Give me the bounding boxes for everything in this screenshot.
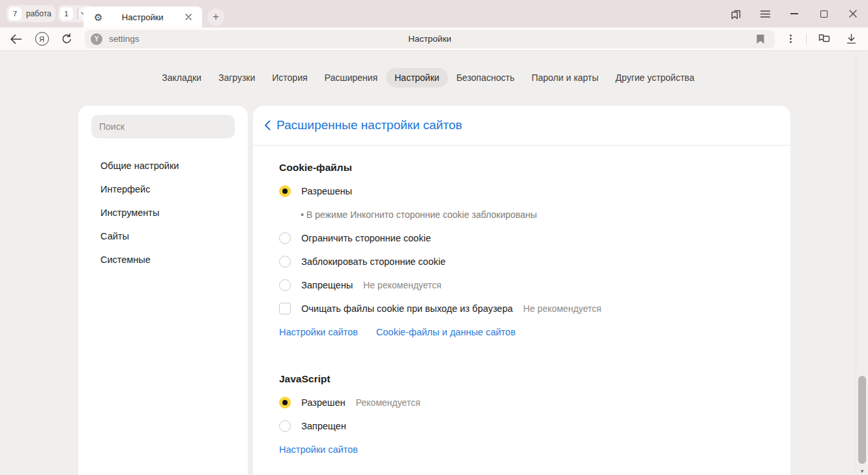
radio-block-third-party[interactable] — [279, 256, 291, 268]
sidebar-item-sites[interactable]: Сайты — [78, 224, 248, 248]
downloads-button[interactable] — [843, 31, 859, 47]
address-options-button[interactable] — [783, 31, 798, 47]
section-heading: JavaScript — [279, 373, 764, 386]
address-url[interactable]: settings — [109, 34, 140, 44]
option-hint: Не рекомендуется — [523, 303, 601, 314]
bookmark-icon — [756, 34, 764, 44]
page-section-title: Расширенные настройки сайтов — [277, 118, 462, 132]
option-label[interactable]: Заблокировать сторонние cookie — [301, 256, 445, 267]
address-bar[interactable]: Y settings Настройки — [85, 30, 775, 48]
option-cookies-forbidden: Запрещены Не рекомендуется — [279, 273, 764, 297]
option-note: В режиме Инкогнито сторонние cookie забл… — [279, 203, 764, 226]
section-heading: Cookie-файлы — [279, 161, 764, 174]
link-site-settings[interactable]: Настройки сайтов — [279, 444, 358, 455]
scrollbar-down-arrow[interactable]: ▾ — [856, 468, 868, 474]
tab-settings[interactable]: ⚙ Настройки — [83, 7, 202, 27]
scrollbar-thumb[interactable] — [858, 376, 866, 464]
link-cookies-and-site-data[interactable]: Cookie-файлы и данные сайтов — [376, 327, 516, 337]
option-js-forbidden: Запрещен — [279, 414, 764, 438]
option-label[interactable]: Ограничить сторонние cookie — [301, 233, 431, 243]
search-input[interactable] — [91, 115, 235, 138]
sidebar-item-system[interactable]: Системные — [78, 248, 248, 271]
section-links: Настройки сайтов Cookie-файлы и данные с… — [279, 320, 764, 344]
nav-item-extensions[interactable]: Расширения — [316, 68, 386, 87]
tab-group: 7 работа 1 — [7, 5, 93, 22]
option-clear-on-exit: Очищать файлы cookie при выходе из брауз… — [279, 297, 764, 320]
extensions-button[interactable] — [816, 31, 831, 47]
option-js-allowed: Разрешен Рекомендуется — [279, 391, 764, 414]
nav-item-passwords[interactable]: Пароли и карты — [523, 68, 607, 87]
settings-sidebar: Общие настройки Интерфейс Инструменты Са… — [78, 106, 248, 475]
sidebar-item-general[interactable]: Общие настройки — [78, 154, 248, 177]
option-hint: Не рекомендуется — [363, 280, 441, 290]
new-tab-button[interactable]: + — [207, 8, 224, 25]
close-window-button[interactable] — [846, 7, 860, 21]
tab-close-button[interactable] — [183, 11, 194, 23]
tab-group-count: 7 — [8, 7, 22, 20]
gear-icon: ⚙ — [94, 12, 102, 22]
option-label[interactable]: Разрешены — [301, 186, 352, 196]
nav-item-downloads[interactable]: Загрузки — [210, 68, 263, 87]
extensions-icon — [816, 33, 831, 45]
radio-js-forbidden[interactable] — [279, 420, 291, 432]
radio-cookies-forbidden[interactable] — [279, 279, 291, 291]
option-block-third-party: Заблокировать сторонние cookie — [279, 250, 764, 273]
scrollbar-track[interactable]: ▾ — [856, 51, 868, 475]
section-cookies: Cookie-файлы Разрешены В режиме Инкогнит… — [279, 161, 764, 344]
chevron-left-icon — [264, 120, 271, 130]
bookmark-button[interactable] — [756, 34, 764, 44]
nav-item-settings[interactable]: Настройки — [386, 68, 448, 87]
radio-js-allowed[interactable] — [279, 397, 291, 408]
vertical-dots-icon — [790, 35, 792, 43]
option-label[interactable]: Очищать файлы cookie при выходе из брауз… — [301, 303, 513, 314]
arrow-left-icon — [10, 34, 22, 44]
minimize-icon — [790, 13, 798, 14]
bookmarks-panel-icon — [730, 8, 742, 20]
radio-limit-third-party[interactable] — [279, 232, 291, 244]
back-header[interactable]: Расширенные настройки сайтов — [253, 106, 790, 146]
maximize-button[interactable] — [816, 7, 831, 21]
browser-toolbar: Я Y settings Настройки — [0, 27, 868, 51]
menu-button[interactable] — [758, 7, 772, 21]
section-links: Настройки сайтов — [279, 438, 764, 461]
nav-item-security[interactable]: Безопасность — [448, 68, 523, 87]
hamburger-icon — [760, 10, 770, 18]
yandex-home-button[interactable]: Я — [34, 31, 50, 47]
download-icon — [846, 33, 857, 44]
back-button[interactable] — [8, 31, 23, 47]
yandex-logo-icon: Я — [35, 32, 49, 46]
settings-main-panel: Расширенные настройки сайтов Cookie-файл… — [253, 106, 790, 475]
radio-cookies-allowed[interactable] — [279, 185, 291, 197]
sidebar-list: Общие настройки Интерфейс Инструменты Са… — [78, 154, 248, 271]
option-label[interactable]: Запрещены — [301, 280, 353, 290]
settings-nav: Закладки Загрузки История Расширения Нас… — [0, 65, 856, 90]
tab-group-name: работа — [26, 9, 52, 18]
tabstrip-divider — [78, 8, 78, 19]
option-hint: Рекомендуется — [356, 397, 421, 408]
option-limit-third-party: Ограничить сторонние cookie — [279, 226, 764, 250]
nav-item-history[interactable]: История — [263, 68, 316, 87]
page-title: Настройки — [85, 34, 775, 44]
close-icon — [849, 10, 857, 18]
close-icon — [185, 14, 192, 20]
sidebar-item-tools[interactable]: Инструменты — [78, 201, 248, 224]
tab-group-pill[interactable]: 7 работа — [7, 5, 55, 22]
link-site-settings[interactable]: Настройки сайтов — [279, 327, 358, 337]
section-javascript: JavaScript Разрешен Рекомендуется Запрещ… — [279, 373, 764, 461]
nav-item-bookmarks[interactable]: Закладки — [153, 68, 210, 87]
minimize-button[interactable] — [787, 7, 801, 21]
option-label[interactable]: Запрещен — [301, 421, 346, 431]
nav-item-other-devices[interactable]: Другие устройства — [607, 68, 703, 87]
plus-icon: + — [213, 10, 219, 23]
tab-title: Настройки — [102, 12, 183, 22]
option-label[interactable]: Разрешен — [301, 397, 346, 408]
reload-button[interactable] — [59, 31, 74, 47]
side-panels-button[interactable] — [728, 7, 743, 21]
checkbox-clear-on-exit[interactable] — [279, 303, 291, 314]
tab-group-badge: 1 — [60, 7, 73, 20]
browser-window: 7 работа 1 ⚙ Настройки — [0, 0, 868, 475]
maximize-icon — [820, 10, 828, 18]
sidebar-item-interface[interactable]: Интерфейс — [78, 177, 248, 201]
window-controls — [728, 0, 860, 27]
reload-icon — [61, 33, 73, 45]
